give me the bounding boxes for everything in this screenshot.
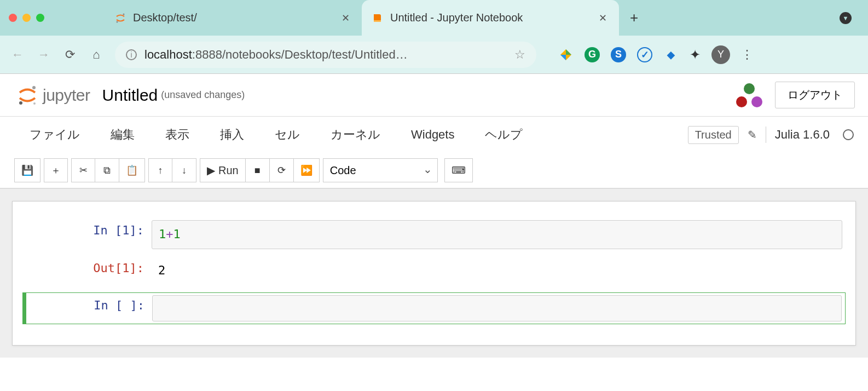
jupyter-logo-text: jupyter — [43, 86, 90, 105]
tab-title: Desktop/test/ — [133, 12, 333, 24]
input-prompt: In [1]: — [26, 218, 152, 251]
tab-list-button[interactable]: ▼ — [840, 12, 852, 24]
cell-type-select[interactable]: Code — [323, 158, 438, 182]
stop-button[interactable]: ■ — [246, 158, 270, 182]
window-controls — [9, 14, 44, 22]
cut-button[interactable]: ✂ — [71, 158, 95, 182]
menu-kernel[interactable]: カーネル — [315, 122, 396, 147]
copy-button[interactable]: ⧉ — [95, 158, 119, 182]
info-icon: i — [126, 49, 137, 60]
jupyter-icon — [114, 12, 126, 24]
restart-icon: ⟳ — [277, 164, 286, 176]
edit-icon[interactable]: ✎ — [748, 128, 757, 141]
browser-tab-active[interactable]: Untitled - Jupyter Notebook ✕ — [362, 0, 619, 36]
browser-menu-icon[interactable]: ⋮ — [741, 48, 753, 62]
profile-avatar[interactable]: Y — [711, 45, 730, 64]
menubar: ファイル 編集 表示 挿入 セル カーネル Widgets ヘルプ Truste… — [0, 117, 868, 153]
code-cell[interactable]: In [1]: 1+1 — [22, 218, 846, 251]
extension-icon[interactable]: G — [585, 47, 600, 62]
svg-marker-4 — [566, 49, 571, 55]
notebook-container: In [1]: 1+1 Out[1]: 2 In [ ]: — [12, 201, 856, 346]
code-input[interactable] — [152, 295, 842, 321]
svg-point-0 — [123, 13, 125, 15]
extension-icon[interactable]: ◆ — [663, 47, 679, 62]
notebook-name[interactable]: Untitled — [102, 86, 158, 105]
menu-help[interactable]: ヘルプ — [470, 122, 538, 147]
extension-icon[interactable]: S — [611, 47, 626, 62]
cut-icon: ✂ — [79, 164, 88, 176]
code-cell-selected[interactable]: In [ ]: — [22, 292, 846, 324]
svg-rect-2 — [374, 20, 381, 22]
trusted-badge[interactable]: Trusted — [688, 126, 739, 144]
menu-insert[interactable]: 挿入 — [205, 122, 259, 147]
extension-icon[interactable]: ✓ — [637, 47, 652, 62]
close-tab-icon[interactable]: ✕ — [339, 12, 352, 24]
menu-view[interactable]: 表示 — [150, 122, 205, 147]
kernel-cluster-icon — [734, 83, 764, 107]
back-button[interactable]: ← — [10, 48, 25, 62]
save-button[interactable]: 💾 — [14, 158, 40, 182]
paste-button[interactable]: 📋 — [119, 158, 145, 182]
fast-forward-icon: ⏩ — [300, 164, 313, 176]
output-text: 2 — [152, 258, 842, 283]
menu-edit[interactable]: 編集 — [95, 122, 150, 147]
url-input[interactable]: i localhost:8888/notebooks/Desktop/test/… — [115, 42, 536, 68]
extensions-menu-icon[interactable]: ✦ — [690, 47, 701, 62]
svg-point-1 — [117, 21, 118, 22]
maximize-window-button[interactable] — [36, 14, 44, 22]
output-prompt: Out[1]: — [26, 256, 152, 285]
book-icon — [372, 12, 384, 24]
menubar-container: ファイル 編集 表示 挿入 セル カーネル Widgets ヘルプ Truste… — [0, 116, 868, 189]
svg-point-8 — [33, 102, 36, 105]
browser-tab-inactive[interactable]: Desktop/test/ ✕ — [105, 0, 362, 36]
command-palette-button[interactable]: ⌨ — [444, 158, 473, 182]
add-cell-button[interactable]: ＋ — [44, 158, 68, 182]
logout-button[interactable]: ログアウト — [775, 82, 855, 108]
extension-icon[interactable] — [558, 47, 574, 62]
kernel-status-icon — [843, 129, 854, 140]
new-tab-button[interactable]: + — [619, 9, 649, 26]
tab-strip: Desktop/test/ ✕ Untitled - Jupyter Noteb… — [0, 0, 868, 36]
play-icon: ▶ — [207, 164, 215, 177]
reload-button[interactable]: ⟳ — [62, 48, 78, 62]
star-icon[interactable]: ☆ — [514, 48, 525, 62]
svg-point-7 — [19, 101, 22, 105]
output-row: Out[1]: 2 — [22, 256, 846, 285]
run-button[interactable]: ▶Run — [200, 158, 246, 182]
close-window-button[interactable] — [9, 14, 17, 22]
code-input[interactable]: 1+1 — [152, 220, 842, 249]
notebook-header: jupyter Untitled (unsaved changes) ログアウト — [0, 74, 868, 116]
minimize-window-button[interactable] — [22, 14, 31, 22]
move-up-button[interactable]: ↑ — [148, 158, 172, 182]
jupyter-logo[interactable]: jupyter — [16, 84, 90, 106]
menu-cell[interactable]: セル — [259, 122, 315, 147]
extension-icons: G S ✓ ◆ ✦ Y ⋮ — [558, 45, 753, 64]
svg-marker-5 — [560, 55, 566, 60]
notebook-area: In [1]: 1+1 Out[1]: 2 In [ ]: — [0, 189, 868, 358]
home-button[interactable]: ⌂ — [89, 48, 104, 62]
close-tab-icon[interactable]: ✕ — [597, 12, 609, 24]
plus-icon: ＋ — [51, 164, 61, 177]
toolbar: 💾 ＋ ✂ ⧉ 📋 ↑ ↓ ▶Run ■ ⟳ ⏩ Code ⌨ — [0, 153, 868, 188]
menu-widgets[interactable]: Widgets — [396, 123, 470, 146]
stop-icon: ■ — [254, 165, 261, 176]
save-status: (unsaved changes) — [161, 89, 245, 101]
browser-chrome: Desktop/test/ ✕ Untitled - Jupyter Noteb… — [0, 0, 868, 74]
restart-run-all-button[interactable]: ⏩ — [294, 158, 320, 182]
run-label: Run — [218, 164, 239, 177]
restart-button[interactable]: ⟳ — [270, 158, 294, 182]
divider — [766, 127, 766, 143]
move-down-button[interactable]: ↓ — [172, 158, 196, 182]
save-icon: 💾 — [21, 164, 33, 176]
copy-icon: ⧉ — [103, 165, 111, 176]
menu-file[interactable]: ファイル — [14, 122, 95, 147]
forward-button[interactable]: → — [36, 48, 51, 62]
url-text: localhost:8888/notebooks/Desktop/test/Un… — [144, 48, 507, 62]
keyboard-icon: ⌨ — [452, 164, 466, 176]
input-prompt: In [ ]: — [26, 293, 152, 324]
arrow-down-icon: ↓ — [182, 165, 187, 176]
kernel-name[interactable]: Julia 1.6.0 — [775, 128, 830, 142]
svg-point-6 — [32, 86, 36, 89]
tab-title: Untitled - Jupyter Notebook — [390, 12, 590, 24]
paste-icon: 📋 — [126, 164, 138, 176]
